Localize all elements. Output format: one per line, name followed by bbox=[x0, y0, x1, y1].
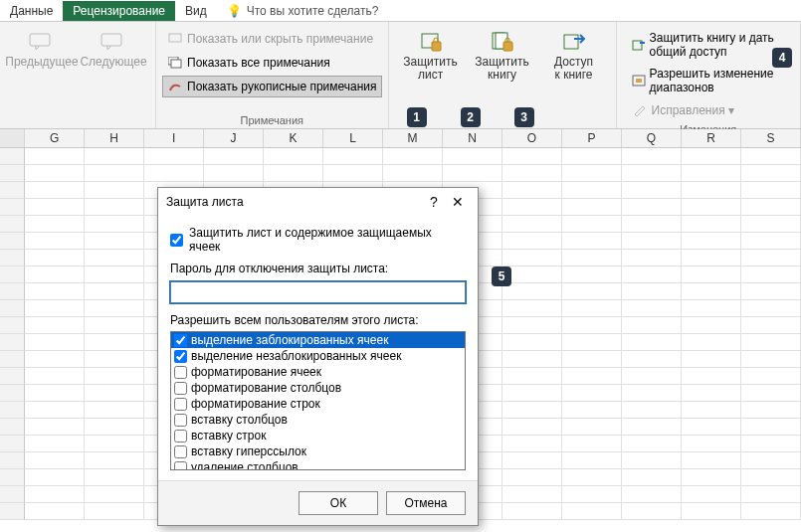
column-header[interactable]: L bbox=[323, 129, 383, 147]
permission-item[interactable]: удаление столбцов bbox=[171, 459, 465, 470]
close-button[interactable]: ✕ bbox=[446, 194, 470, 210]
permission-checkbox[interactable] bbox=[174, 382, 187, 395]
column-header[interactable]: S bbox=[741, 129, 801, 147]
badge-1: 1 bbox=[407, 107, 427, 127]
permission-item[interactable]: форматирование столбцов bbox=[171, 380, 465, 396]
column-header[interactable]: I bbox=[144, 129, 204, 147]
protect-sheet-button[interactable]: Защитить лист bbox=[395, 26, 467, 82]
svg-rect-10 bbox=[564, 35, 578, 49]
column-header[interactable]: J bbox=[204, 129, 264, 147]
permission-label: форматирование строк bbox=[191, 397, 320, 411]
svg-rect-4 bbox=[171, 60, 181, 68]
ribbon: Предыдущее Следующее Показать или скрыть… bbox=[0, 22, 801, 129]
track-changes-label: Исправления bbox=[652, 103, 725, 117]
permission-label: вставку гиперссылок bbox=[191, 444, 306, 458]
permission-item[interactable]: форматирование строк bbox=[171, 396, 465, 412]
track-changes-button[interactable]: Исправления ▾ bbox=[627, 99, 794, 121]
share-book-icon bbox=[560, 30, 588, 54]
column-header[interactable]: M bbox=[383, 129, 443, 147]
dropdown-icon: ▾ bbox=[728, 103, 734, 117]
protect-checkbox-label: Защитить лист и содержимое защищаемых яч… bbox=[189, 226, 466, 254]
share-book-button[interactable]: Доступ к книге bbox=[538, 26, 610, 82]
permission-label: выделение заблокированных ячеек bbox=[191, 333, 388, 347]
permission-checkbox[interactable] bbox=[174, 445, 187, 458]
permissions-list[interactable]: выделение заблокированных ячееквыделение… bbox=[170, 331, 466, 470]
permission-checkbox[interactable] bbox=[174, 398, 187, 411]
allow-ranges-button[interactable]: Разрешить изменение диапазонов bbox=[627, 64, 794, 97]
password-input[interactable] bbox=[170, 281, 466, 303]
select-all-corner[interactable] bbox=[0, 129, 25, 147]
permission-checkbox[interactable] bbox=[174, 430, 187, 443]
column-header[interactable]: H bbox=[85, 129, 144, 147]
show-all-comments-label: Показать все примечания bbox=[187, 56, 330, 70]
tab-data[interactable]: Данные bbox=[0, 1, 63, 21]
tab-review[interactable]: Рецензирование bbox=[63, 1, 175, 21]
permission-label: вставку строк bbox=[191, 429, 266, 443]
permission-item[interactable]: вставку строк bbox=[171, 428, 465, 443]
permission-checkbox[interactable] bbox=[174, 350, 187, 363]
track-changes-icon bbox=[632, 102, 648, 118]
protect-and-share-label: Защитить книгу и дать общий доступ bbox=[650, 31, 789, 59]
permission-checkbox[interactable] bbox=[174, 414, 187, 427]
lock-sheet-icon bbox=[417, 30, 445, 54]
help-button[interactable]: ? bbox=[422, 194, 446, 210]
permission-item[interactable]: выделение незаблокированных ячеек bbox=[171, 348, 465, 364]
next-comment-button[interactable]: Следующее bbox=[78, 26, 149, 69]
password-label: Пароль для отключения защиты листа: bbox=[170, 262, 466, 275]
permission-item[interactable]: вставку гиперссылок bbox=[171, 443, 465, 459]
permission-item[interactable]: форматирование ячеек bbox=[171, 364, 465, 380]
speech-prev-icon bbox=[28, 30, 56, 54]
svg-rect-9 bbox=[503, 42, 512, 51]
permission-checkbox[interactable] bbox=[174, 366, 187, 379]
permission-checkbox[interactable] bbox=[174, 461, 187, 471]
comments-all-icon bbox=[167, 55, 183, 71]
protect-checkbox[interactable] bbox=[170, 234, 183, 247]
protect-sheet-dialog: Защита листа ? ✕ Защитить лист и содержи… bbox=[157, 187, 479, 526]
protect-share-icon bbox=[632, 37, 646, 53]
tell-me-label: Что вы хотите сделать? bbox=[247, 4, 379, 18]
show-ink-comments-button[interactable]: Показать рукописные примечания bbox=[162, 76, 382, 97]
ok-button[interactable]: ОК bbox=[299, 491, 378, 515]
show-ink-comments-label: Показать рукописные примечания bbox=[187, 80, 377, 93]
permission-checkbox[interactable] bbox=[174, 334, 187, 347]
show-hide-comment-label: Показать или скрыть примечание bbox=[187, 32, 373, 46]
permission-label: форматирование столбцов bbox=[191, 381, 341, 395]
permission-label: удаление столбцов bbox=[191, 460, 299, 470]
protect-and-share-button[interactable]: Защитить книгу и дать общий доступ bbox=[627, 28, 794, 62]
badge-5: 5 bbox=[492, 266, 511, 286]
column-header[interactable]: O bbox=[502, 129, 562, 147]
dialog-titlebar: Защита листа ? ✕ bbox=[158, 188, 478, 216]
column-header[interactable]: Q bbox=[622, 129, 682, 147]
protect-checkbox-row[interactable]: Защитить лист и содержимое защищаемых яч… bbox=[170, 226, 466, 254]
column-header[interactable]: N bbox=[443, 129, 502, 147]
badge-3: 3 bbox=[514, 107, 534, 127]
svg-rect-2 bbox=[169, 34, 181, 42]
column-header[interactable]: R bbox=[682, 129, 741, 147]
tab-view[interactable]: Вид bbox=[175, 1, 217, 21]
column-header[interactable]: K bbox=[264, 129, 323, 147]
protect-sheet-label: Защитить лист bbox=[403, 56, 457, 82]
protect-book-label: Защитить книгу bbox=[475, 56, 528, 82]
column-header[interactable]: G bbox=[25, 129, 85, 147]
prev-comment-button[interactable]: Предыдущее bbox=[6, 26, 78, 69]
lock-book-icon bbox=[489, 30, 516, 54]
column-header[interactable]: P bbox=[562, 129, 622, 147]
show-hide-comment-button[interactable]: Показать или скрыть примечание bbox=[162, 28, 382, 50]
comments-group-label: Примечания bbox=[162, 112, 382, 126]
cancel-button[interactable]: Отмена bbox=[386, 491, 466, 515]
dialog-title: Защита листа bbox=[166, 195, 422, 209]
lightbulb-icon: 💡 bbox=[227, 4, 242, 18]
badge-4: 4 bbox=[772, 48, 792, 68]
speech-next-icon bbox=[100, 30, 127, 54]
protect-book-button[interactable]: Защитить книгу bbox=[467, 26, 538, 82]
show-all-comments-button[interactable]: Показать все примечания bbox=[162, 52, 382, 74]
permission-item[interactable]: выделение заблокированных ячеек bbox=[171, 332, 465, 348]
permissions-label: Разрешить всем пользователям этого листа… bbox=[170, 313, 466, 327]
permission-item[interactable]: вставку столбцов bbox=[171, 412, 465, 428]
svg-rect-0 bbox=[30, 34, 50, 46]
tell-me-field[interactable]: 💡 Что вы хотите сделать? bbox=[217, 1, 389, 21]
column-headers: GHIJKLMNOPQRS bbox=[0, 129, 801, 148]
permission-label: вставку столбцов bbox=[191, 413, 288, 427]
badge-2: 2 bbox=[461, 107, 481, 127]
prev-comment-label: Предыдущее bbox=[5, 56, 78, 69]
